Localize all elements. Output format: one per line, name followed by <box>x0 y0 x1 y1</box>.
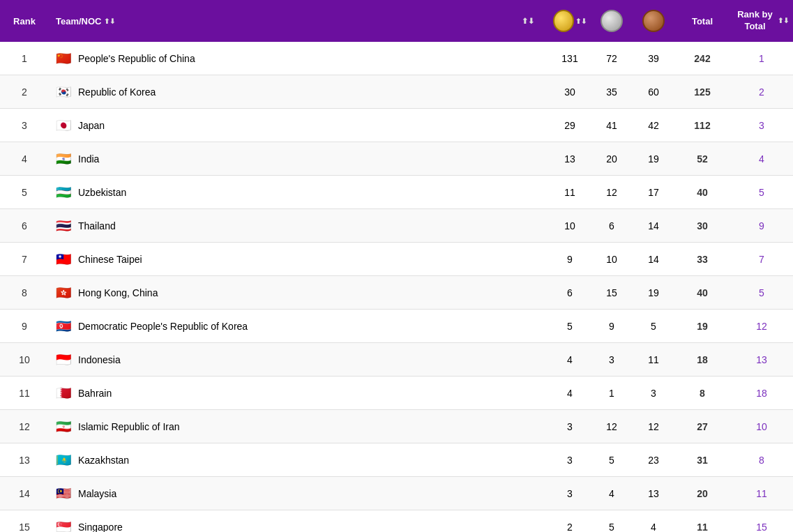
gold-cell: 3 <box>549 450 591 470</box>
team-cell[interactable]: 🇭🇰 Hong Kong, China <box>49 283 507 303</box>
rank-cell: 6 <box>0 216 49 236</box>
team-name: Republic of Korea <box>78 86 156 98</box>
flag-icon: 🇸🇬 <box>56 522 73 533</box>
spacer-cell <box>507 155 549 163</box>
flag-icon: 🇰🇷 <box>56 86 73 98</box>
bronze-cell: 60 <box>633 82 674 102</box>
rank-total-cell: 4 <box>730 149 793 169</box>
total-header: Total <box>674 10 730 32</box>
silver-cell: 35 <box>591 82 633 102</box>
gold-cell: 2 <box>549 517 591 533</box>
rank-total-cell: 12 <box>730 317 793 336</box>
silver-cell: 3 <box>591 350 633 370</box>
team-cell[interactable]: 🇺🇿 Uzbekistan <box>49 183 507 202</box>
team-cell[interactable]: 🇰🇷 Republic of Korea <box>49 82 507 102</box>
spacer-cell <box>507 255 549 264</box>
bronze-cell: 13 <box>633 484 674 503</box>
team-name: Kazakhstan <box>78 455 129 466</box>
table-header: Rank Team/NOC ⬆⬇ ⬆⬇ ⬆⬇ Total Rank by Tot… <box>0 0 793 42</box>
rank-total-cell: 3 <box>730 116 793 135</box>
table-row: 13 🇰🇿 Kazakhstan 3 5 23 31 8 <box>0 443 793 477</box>
rank-total-cell: 11 <box>730 484 793 503</box>
team-name: People's Republic of China <box>78 53 195 64</box>
total-cell: 19 <box>674 317 730 336</box>
table-row: 12 🇮🇷 Islamic Republic of Iran 3 12 12 2… <box>0 410 793 443</box>
flag-icon: 🇰🇵 <box>56 321 73 332</box>
team-cell[interactable]: 🇰🇵 Democratic People's Republic of Korea <box>49 317 507 336</box>
team-cell[interactable]: 🇮🇳 India <box>49 149 507 169</box>
team-cell[interactable]: 🇮🇷 Islamic Republic of Iran <box>49 417 507 436</box>
sort-arrows-team[interactable]: ⬆⬇ <box>104 17 115 25</box>
gold-cell: 131 <box>549 49 591 68</box>
rank-by-total-header[interactable]: Rank by Total ⬆⬇ <box>730 3 793 38</box>
total-cell: 8 <box>674 383 730 403</box>
gold-medal-icon <box>553 10 574 32</box>
total-cell: 40 <box>674 283 730 303</box>
table-row: 8 🇭🇰 Hong Kong, China 6 15 19 40 5 <box>0 276 793 310</box>
flag-icon: 🇯🇵 <box>56 120 73 131</box>
team-cell[interactable]: 🇰🇿 Kazakhstan <box>49 450 507 470</box>
bronze-cell: 14 <box>633 216 674 236</box>
team-cell[interactable]: 🇹🇭 Thailand <box>49 216 507 236</box>
rank-cell: 13 <box>0 450 49 470</box>
team-cell[interactable]: 🇹🇼 Chinese Taipei <box>49 250 507 269</box>
total-cell: 125 <box>674 82 730 102</box>
gold-cell: 9 <box>549 250 591 269</box>
spacer-cell <box>507 121 549 130</box>
bronze-cell: 42 <box>633 116 674 135</box>
rank-total-cell: 18 <box>730 383 793 403</box>
rank-cell: 7 <box>0 250 49 269</box>
silver-cell: 6 <box>591 216 633 236</box>
team-cell[interactable]: 🇧🇭 Bahrain <box>49 383 507 403</box>
rank-total-cell: 15 <box>730 517 793 533</box>
flag-icon: 🇧🇭 <box>56 388 73 399</box>
sort-col-header[interactable]: ⬆⬇ <box>507 11 549 31</box>
table-row: 14 🇲🇾 Malaysia 3 4 13 20 11 <box>0 477 793 510</box>
rank-header: Rank <box>0 10 49 32</box>
silver-cell: 10 <box>591 250 633 269</box>
flag-icon: 🇭🇰 <box>56 287 73 298</box>
rank-cell: 5 <box>0 183 49 202</box>
team-noc-header[interactable]: Team/NOC ⬆⬇ <box>49 10 507 32</box>
silver-cell: 4 <box>591 484 633 503</box>
medals-table: Rank Team/NOC ⬆⬇ ⬆⬇ ⬆⬇ Total Rank by Tot… <box>0 0 793 532</box>
flag-icon: 🇰🇿 <box>56 455 73 466</box>
team-name: Bahrain <box>78 388 112 399</box>
team-cell[interactable]: 🇯🇵 Japan <box>49 116 507 135</box>
rank-cell: 8 <box>0 283 49 303</box>
rank-cell: 1 <box>0 49 49 68</box>
rank-total-cell: 1 <box>730 49 793 68</box>
rank-total-cell: 7 <box>730 250 793 269</box>
table-row: 4 🇮🇳 India 13 20 19 52 4 <box>0 142 793 176</box>
team-cell[interactable]: 🇸🇬 Singapore <box>49 517 507 533</box>
total-cell: 242 <box>674 49 730 68</box>
bronze-cell: 11 <box>633 350 674 370</box>
team-cell[interactable]: 🇨🇳 People's Republic of China <box>49 49 507 68</box>
sort-arrows-rank-total[interactable]: ⬆⬇ <box>778 17 789 25</box>
rank-cell: 3 <box>0 116 49 135</box>
silver-cell: 72 <box>591 49 633 68</box>
rank-cell: 14 <box>0 484 49 503</box>
team-name: Islamic Republic of Iran <box>78 421 180 432</box>
table-row: 1 🇨🇳 People's Republic of China 131 72 3… <box>0 42 793 75</box>
rank-total-cell: 8 <box>730 450 793 470</box>
silver-cell: 5 <box>591 450 633 470</box>
rank-cell: 11 <box>0 383 49 403</box>
rank-total-cell: 10 <box>730 417 793 436</box>
sort-arrows-gold[interactable]: ⬆⬇ <box>575 17 587 25</box>
gold-cell: 3 <box>549 484 591 503</box>
team-cell[interactable]: 🇮🇩 Indonesia <box>49 350 507 370</box>
gold-cell: 4 <box>549 383 591 403</box>
silver-cell: 9 <box>591 317 633 336</box>
silver-cell: 15 <box>591 283 633 303</box>
silver-cell: 41 <box>591 116 633 135</box>
total-cell: 30 <box>674 216 730 236</box>
total-cell: 20 <box>674 484 730 503</box>
silver-medal-icon <box>601 10 623 32</box>
bronze-medal-header <box>633 4 674 38</box>
team-name: Thailand <box>78 220 116 231</box>
team-cell[interactable]: 🇲🇾 Malaysia <box>49 484 507 503</box>
spacer-cell <box>507 356 549 364</box>
spacer-cell <box>507 423 549 431</box>
table-row: 6 🇹🇭 Thailand 10 6 14 30 9 <box>0 209 793 243</box>
